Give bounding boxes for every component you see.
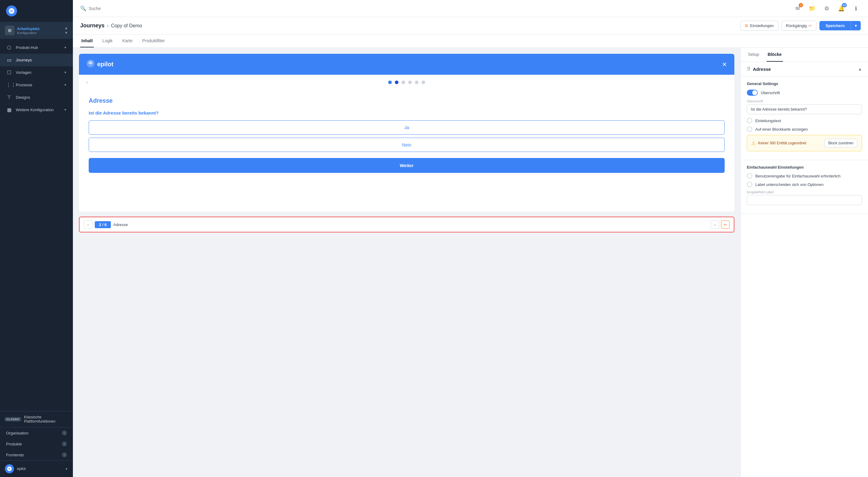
preview-block-title: Adresse bbox=[89, 97, 725, 104]
dot-3[interactable] bbox=[402, 81, 405, 84]
tab-inhalt[interactable]: Inhalt bbox=[80, 35, 94, 48]
preview-body: Adresse Ist die Adresse bereits bekannt?… bbox=[79, 90, 734, 212]
produkt-hub-icon: ⬡ bbox=[6, 44, 12, 51]
sidebar-item-weitere[interactable]: ▦ Weitere Konfiguration ▼ bbox=[0, 103, 73, 116]
sidebar-footer[interactable]: epilot ▼ bbox=[0, 460, 73, 477]
dot-5[interactable] bbox=[415, 81, 418, 84]
sidebar-item-organisation[interactable]: Organisation i bbox=[0, 427, 73, 439]
eingabefeld-label-text: Eingabefeld Label bbox=[747, 190, 862, 194]
drag-handle-icon[interactable]: ⠿ bbox=[747, 66, 750, 72]
classic-label: Klassische Plattformfunktionen bbox=[24, 415, 68, 423]
section-title-general: General Settings bbox=[747, 82, 862, 86]
preview-btn-weiter[interactable]: Weiter bbox=[89, 158, 725, 173]
ueberschrift-toggle[interactable] bbox=[747, 90, 758, 96]
page-name: Adresse bbox=[113, 222, 128, 227]
assign-block-button[interactable]: Block zuordnen bbox=[824, 139, 857, 147]
sidebar: ⊞ Arbeitsplatz Konfiguration ▲ ▼ ⬡ Produ… bbox=[0, 0, 73, 477]
sidebar-item-frontends[interactable]: Frontends i bbox=[0, 449, 73, 460]
classic-section: CLASSIC Klassische Plattformfunktionen bbox=[0, 411, 73, 427]
sidebar-item-vorlagen[interactable]: ☐ Vorlagen ▼ bbox=[0, 66, 73, 79]
breadcrumb: Journeys › Copy of Demo bbox=[80, 23, 142, 29]
prev-arrow[interactable]: ‹ bbox=[86, 80, 88, 85]
sidebar-item-designs[interactable]: ⊤ Designs bbox=[0, 91, 73, 103]
preview-nav-bar: ‹ 2 / 6 Adresse › ✏ bbox=[79, 217, 734, 232]
preview-btn-ja[interactable]: Ja bbox=[89, 120, 725, 135]
chevron-down-icon: ▼ bbox=[64, 108, 67, 112]
action-bar: Journeys › Copy of Demo ⚙ Einstellungen … bbox=[73, 17, 868, 35]
blockkarte-row: Auf einer Blockkarte anzeigen bbox=[747, 126, 862, 132]
ueberschrift-toggle-row: Überschrift bbox=[747, 90, 862, 96]
action-buttons: ⚙ Einstellungen Rückgängig ↩ Speichern ▼ bbox=[740, 21, 861, 31]
sidebar-item-label: Prozesse bbox=[16, 83, 32, 87]
search-area: 🔍 bbox=[80, 5, 789, 11]
einleitungstext-row: Einleitungstext bbox=[747, 118, 862, 123]
next-page-button[interactable]: › bbox=[711, 220, 719, 229]
save-button-group: Speichern ▼ bbox=[819, 21, 861, 30]
main-content: 🔍 ✉ 1 📁 ⚙ 🔔 22 ℹ Journeys › Copy of Demo bbox=[73, 0, 868, 477]
dot-2[interactable] bbox=[395, 81, 399, 84]
block-title: ⠿ Adresse bbox=[747, 66, 771, 72]
bell-button[interactable]: 🔔 22 bbox=[836, 4, 846, 13]
breadcrumb-journeys-link[interactable]: Journeys bbox=[80, 23, 104, 29]
page-indicator: 2 / 6 bbox=[95, 221, 111, 228]
general-settings-section: General Settings Überschrift Überschrift… bbox=[741, 77, 868, 160]
search-input[interactable] bbox=[89, 6, 149, 11]
preview-btn-nein[interactable]: Nein bbox=[89, 138, 725, 152]
dot-6[interactable] bbox=[422, 81, 425, 84]
weitere-icon: ▦ bbox=[6, 107, 12, 113]
info-icon: i bbox=[62, 452, 67, 457]
edit-page-button[interactable]: ✏ bbox=[721, 220, 730, 229]
save-dropdown-button[interactable]: ▼ bbox=[851, 21, 861, 30]
folder-button[interactable]: 📁 bbox=[807, 4, 817, 13]
svg-point-1 bbox=[90, 63, 91, 64]
save-button[interactable]: Speichern bbox=[819, 21, 851, 30]
benutzereingabe-toggle[interactable] bbox=[747, 173, 752, 179]
preview-close-button[interactable]: ✕ bbox=[722, 61, 727, 68]
breadcrumb-separator: › bbox=[107, 23, 108, 29]
content-area: epilot ✕ ‹ › bbox=[73, 48, 868, 477]
footer-label: epilot bbox=[17, 467, 26, 471]
undo-button[interactable]: Rückgängig ↩ bbox=[781, 21, 817, 31]
eingabefeld-input[interactable] bbox=[747, 195, 862, 205]
sidebar-bottom-items: Organisation i Produkte i Frontends i bbox=[0, 427, 73, 460]
blockkarte-toggle[interactable] bbox=[747, 126, 752, 132]
info-button[interactable]: ℹ bbox=[851, 4, 861, 13]
sidebar-item-label: Vorlagen bbox=[16, 70, 31, 75]
email-button[interactable]: ✉ 1 bbox=[793, 4, 802, 13]
sidebar-item-prozesse[interactable]: ⋮⋮ Prozesse ▼ bbox=[0, 79, 73, 91]
panel-tab-setup[interactable]: Setup bbox=[747, 48, 761, 62]
sidebar-item-label: Journeys bbox=[16, 58, 32, 62]
tab-logik[interactable]: Logik bbox=[101, 35, 114, 48]
label-unterscheiden-toggle[interactable] bbox=[747, 182, 752, 187]
sidebar-item-label: Produkt-Hub bbox=[16, 45, 38, 50]
einleitungstext-toggle[interactable] bbox=[747, 118, 752, 123]
panel-tab-bloecke[interactable]: Blöcke bbox=[767, 48, 783, 62]
chevron-down-icon: ▼ bbox=[64, 46, 67, 49]
dot-4[interactable] bbox=[408, 81, 412, 84]
bell-badge: 22 bbox=[842, 3, 847, 7]
warning-icon: ⚠ bbox=[751, 140, 756, 146]
settings-button[interactable]: ⚙ bbox=[822, 4, 832, 13]
tab-produktfilter[interactable]: Produktfilter bbox=[141, 35, 166, 48]
app-logo[interactable] bbox=[6, 5, 17, 17]
produkte-label: Produkte bbox=[6, 442, 22, 446]
workspace-subtitle: Konfiguration bbox=[17, 31, 39, 35]
preview-dots: ‹ › bbox=[79, 75, 734, 90]
topbar: 🔍 ✉ 1 📁 ⚙ 🔔 22 ℹ bbox=[73, 0, 868, 17]
ueberschrift-input[interactable] bbox=[747, 104, 862, 114]
workspace-selector[interactable]: ⊞ Arbeitsplatz Konfiguration ▲ ▼ bbox=[0, 22, 73, 39]
sidebar-item-produkt-hub[interactable]: ⬡ Produkt-Hub ▼ bbox=[0, 41, 73, 54]
chevron-down-icon: ▼ bbox=[65, 467, 68, 471]
journeys-icon: ▭ bbox=[6, 57, 12, 63]
prev-page-button[interactable]: ‹ bbox=[84, 220, 92, 229]
avatar bbox=[5, 464, 14, 473]
settings-button[interactable]: ⚙ Einstellungen bbox=[740, 21, 778, 31]
designs-icon: ⊤ bbox=[6, 94, 12, 100]
tab-karte[interactable]: Karte bbox=[121, 35, 134, 48]
chevron-up-icon[interactable]: ▲ bbox=[858, 67, 862, 71]
sidebar-item-journeys[interactable]: ▭ Journeys bbox=[0, 54, 73, 66]
dot-1[interactable] bbox=[388, 81, 392, 84]
sidebar-item-produkte[interactable]: Produkte i bbox=[0, 439, 73, 449]
prozesse-icon: ⋮⋮ bbox=[6, 82, 12, 88]
benutzereingabe-label: Benutzereingabe für Einfachauswahl erfor… bbox=[755, 174, 840, 178]
